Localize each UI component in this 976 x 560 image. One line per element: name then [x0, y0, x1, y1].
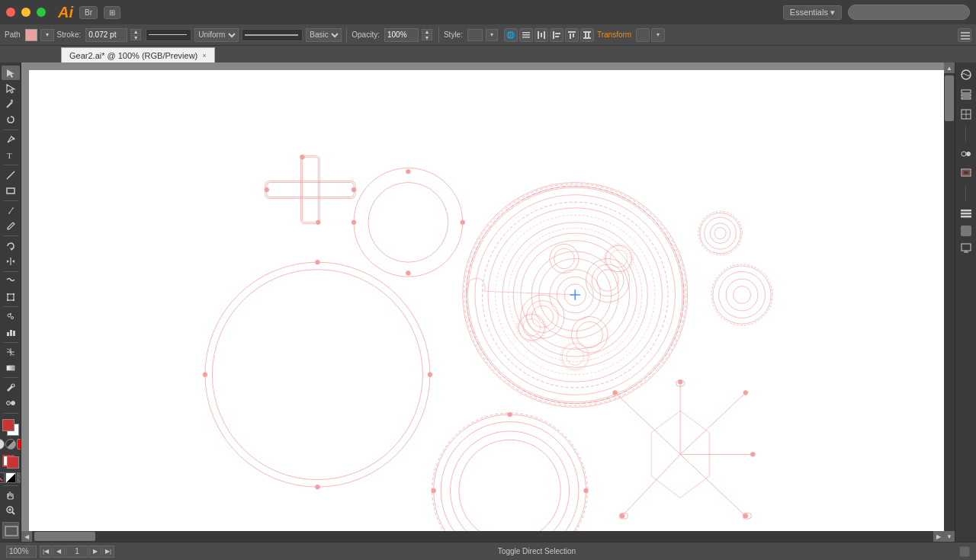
rectangle-tool[interactable]	[2, 183, 20, 197]
reflect-tool[interactable]	[2, 254, 20, 268]
distribute2-icon[interactable]	[565, 28, 579, 42]
stroke-type-select[interactable]: Uniform	[194, 28, 239, 42]
horizontal-scrollbar[interactable]: ◀ ▶	[21, 531, 944, 542]
toolbar-separator-3	[3, 200, 18, 201]
essentials-button[interactable]: Essentials ▾	[783, 5, 842, 20]
svg-rect-24	[7, 188, 14, 194]
prev-page-button[interactable]: ◀	[53, 546, 65, 558]
transform-panel-button[interactable]	[957, 105, 975, 123]
scroll-thumb[interactable]	[945, 75, 954, 121]
libraries-panel-button[interactable]	[957, 85, 975, 104]
symbol-sprayer-tool[interactable]	[2, 309, 20, 324]
svg-rect-37	[13, 331, 15, 336]
pencil-tool[interactable]	[2, 219, 20, 233]
globe-icon[interactable]: 🌐	[504, 28, 518, 42]
current-color-indicator[interactable]	[2, 455, 19, 469]
h-scroll-thumb[interactable]	[34, 532, 95, 541]
column-graph-tool[interactable]	[2, 325, 20, 340]
scroll-right-button[interactable]: ▶	[933, 531, 944, 542]
status-indicator[interactable]	[959, 546, 970, 557]
scroll-up-button[interactable]: ▲	[944, 62, 955, 73]
scroll-left-button[interactable]: ◀	[21, 531, 32, 542]
type-tool[interactable]: T	[2, 148, 20, 162]
svg-point-105	[428, 373, 432, 377]
svg-point-125	[613, 391, 618, 395]
document-tab[interactable]: Gear2.ai* @ 100% (RGB/Preview) ×	[61, 47, 215, 62]
warp-tool[interactable]	[2, 274, 20, 289]
navigator-panel-button[interactable]	[957, 165, 975, 183]
svg-rect-146	[962, 94, 971, 96]
opacity-spinner[interactable]: ▲ ▼	[422, 29, 434, 41]
gradient-tool[interactable]	[2, 360, 20, 375]
transform-button[interactable]: Transform	[597, 30, 631, 39]
screen-mode-button[interactable]	[2, 522, 19, 539]
eyedropper-tool[interactable]	[2, 380, 20, 395]
stroke-color-swatch[interactable]	[25, 29, 37, 41]
canvas-area[interactable]: ▲ ▼ ◀ ▶	[21, 62, 955, 542]
magic-wand-tool[interactable]	[2, 97, 20, 111]
next-page-button[interactable]: ▶	[89, 546, 101, 558]
hand-tool[interactable]	[2, 488, 20, 502]
layers-panel-button[interactable]	[957, 204, 975, 222]
rotate-tool[interactable]	[2, 238, 20, 253]
align2-icon[interactable]	[550, 28, 563, 42]
settings-icon[interactable]	[958, 28, 971, 42]
svg-point-126	[750, 452, 755, 456]
distribute-icon[interactable]	[535, 28, 548, 42]
svg-rect-9	[568, 31, 576, 33]
stroke-spinner[interactable]: ▲ ▼	[130, 29, 143, 41]
zoom-tool[interactable]	[2, 504, 20, 518]
pen-tool[interactable]	[2, 132, 20, 146]
svg-rect-15	[588, 33, 589, 37]
fill-none-button[interactable]	[0, 439, 5, 450]
line-segment-tool[interactable]	[2, 168, 20, 182]
first-page-button[interactable]: |◀	[40, 546, 52, 558]
lasso-tool[interactable]	[2, 112, 20, 126]
tab-close-button[interactable]: ×	[202, 52, 206, 59]
svg-rect-158	[962, 244, 971, 251]
artboards-panel-button[interactable]	[957, 239, 975, 258]
svg-rect-5	[544, 31, 545, 39]
mesh-tool[interactable]	[2, 345, 20, 360]
transform3-icon[interactable]	[580, 28, 594, 42]
close-button[interactable]	[6, 8, 15, 17]
bridge-button[interactable]: Br	[79, 6, 98, 19]
zoom-input[interactable]	[6, 546, 37, 558]
scrollbar-thumb-right[interactable]	[961, 226, 971, 236]
appearance-panel-button[interactable]	[957, 145, 975, 163]
paintbrush-tool[interactable]	[2, 203, 20, 217]
extra-icon1[interactable]	[636, 28, 650, 42]
page-input[interactable]	[66, 546, 88, 558]
toolbar-separator-4	[3, 235, 18, 236]
svg-line-23	[7, 171, 14, 179]
direct-selection-tool[interactable]	[2, 81, 20, 95]
color-panel-button[interactable]	[957, 66, 975, 84]
align-icon[interactable]	[519, 28, 533, 42]
stroke-dropdown[interactable]: ▾	[40, 29, 54, 41]
vertical-scrollbar[interactable]: ▲ ▼	[944, 62, 955, 542]
svg-rect-7	[555, 33, 560, 34]
opacity-input[interactable]	[384, 28, 419, 42]
selection-tool[interactable]	[2, 66, 20, 80]
foreground-color-swatch[interactable]	[2, 419, 14, 431]
svg-rect-30	[7, 299, 8, 301]
maximize-button[interactable]	[37, 8, 46, 17]
stroke-style-select[interactable]: Basic	[306, 28, 342, 42]
extra-icon2[interactable]: ▾	[651, 28, 665, 42]
stroke-value-input[interactable]	[85, 28, 127, 42]
style-dropdown[interactable]: ▾	[486, 29, 498, 41]
blend-tool[interactable]	[2, 396, 20, 411]
last-page-button[interactable]: ▶|	[102, 546, 114, 558]
fg-bg-color[interactable]	[2, 419, 19, 436]
scroll-down-button[interactable]: ▼	[944, 531, 955, 542]
view-button[interactable]: ⊞	[104, 6, 120, 19]
free-transform-tool[interactable]	[2, 290, 20, 304]
style-swatch[interactable]	[467, 29, 483, 41]
search-input[interactable]	[848, 5, 970, 20]
swap-colors-button[interactable]	[5, 439, 16, 450]
no-color-button[interactable]	[0, 472, 5, 483]
svg-point-100	[205, 262, 430, 487]
minimize-button[interactable]	[21, 8, 30, 17]
svg-line-19	[7, 102, 12, 107]
gradient-box[interactable]	[5, 472, 16, 483]
